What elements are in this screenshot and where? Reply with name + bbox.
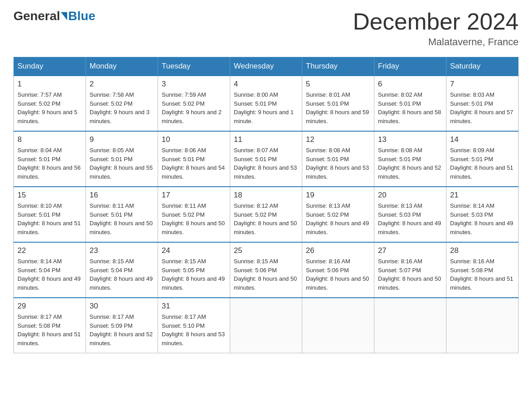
logo: General Blue bbox=[13, 9, 95, 23]
day-number: 4 bbox=[234, 80, 298, 89]
day-info: Sunrise: 8:12 AMSunset: 5:02 PMDaylight:… bbox=[234, 201, 298, 236]
day-info: Sunrise: 8:14 AMSunset: 5:03 PMDaylight:… bbox=[450, 201, 515, 236]
calendar-cell: 23 Sunrise: 8:15 AMSunset: 5:04 PMDaylig… bbox=[86, 242, 158, 298]
day-number: 30 bbox=[90, 302, 154, 311]
calendar-cell: 19 Sunrise: 8:13 AMSunset: 5:02 PMDaylig… bbox=[302, 187, 374, 242]
day-info: Sunrise: 8:17 AMSunset: 5:09 PMDaylight:… bbox=[90, 313, 154, 347]
calendar-cell: 29 Sunrise: 8:17 AMSunset: 5:08 PMDaylig… bbox=[14, 298, 86, 353]
day-number: 18 bbox=[234, 191, 298, 200]
week-row-3: 15 Sunrise: 8:10 AMSunset: 5:01 PMDaylig… bbox=[14, 187, 519, 242]
day-number: 26 bbox=[306, 246, 370, 255]
day-info: Sunrise: 8:06 AMSunset: 5:01 PMDaylight:… bbox=[162, 146, 226, 181]
calendar-cell: 12 Sunrise: 8:08 AMSunset: 5:01 PMDaylig… bbox=[302, 131, 374, 187]
calendar-cell: 27 Sunrise: 8:16 AMSunset: 5:07 PMDaylig… bbox=[374, 242, 446, 298]
calendar-cell: 20 Sunrise: 8:13 AMSunset: 5:03 PMDaylig… bbox=[374, 187, 446, 242]
col-thursday: Thursday bbox=[302, 57, 374, 76]
day-info: Sunrise: 7:59 AMSunset: 5:02 PMDaylight:… bbox=[162, 90, 226, 125]
calendar-cell bbox=[374, 298, 446, 353]
day-number: 7 bbox=[450, 80, 515, 89]
calendar-cell bbox=[446, 298, 519, 353]
day-number: 31 bbox=[162, 302, 226, 311]
calendar-cell: 10 Sunrise: 8:06 AMSunset: 5:01 PMDaylig… bbox=[158, 131, 230, 187]
day-info: Sunrise: 8:16 AMSunset: 5:08 PMDaylight:… bbox=[450, 257, 515, 292]
calendar-cell bbox=[302, 298, 374, 353]
calendar-cell: 18 Sunrise: 8:12 AMSunset: 5:02 PMDaylig… bbox=[230, 187, 302, 242]
logo-arrow-icon bbox=[61, 12, 67, 20]
col-sunday: Sunday bbox=[14, 57, 86, 76]
col-monday: Monday bbox=[86, 57, 158, 76]
day-number: 24 bbox=[162, 246, 226, 255]
col-tuesday: Tuesday bbox=[158, 57, 230, 76]
day-info: Sunrise: 8:17 AMSunset: 5:10 PMDaylight:… bbox=[162, 313, 226, 347]
calendar-table: Sunday Monday Tuesday Wednesday Thursday… bbox=[13, 57, 519, 353]
day-info: Sunrise: 7:58 AMSunset: 5:02 PMDaylight:… bbox=[90, 90, 154, 125]
day-info: Sunrise: 8:10 AMSunset: 5:01 PMDaylight:… bbox=[17, 201, 82, 236]
day-number: 17 bbox=[162, 191, 226, 200]
day-number: 27 bbox=[378, 246, 442, 255]
location-text: Malataverne, France bbox=[353, 36, 519, 48]
day-info: Sunrise: 8:02 AMSunset: 5:01 PMDaylight:… bbox=[378, 90, 442, 125]
calendar-cell: 25 Sunrise: 8:15 AMSunset: 5:06 PMDaylig… bbox=[230, 242, 302, 298]
logo-general-text: General bbox=[13, 9, 60, 23]
calendar-cell: 24 Sunrise: 8:15 AMSunset: 5:05 PMDaylig… bbox=[158, 242, 230, 298]
week-row-4: 22 Sunrise: 8:14 AMSunset: 5:04 PMDaylig… bbox=[14, 242, 519, 298]
calendar-cell: 4 Sunrise: 8:00 AMSunset: 5:01 PMDayligh… bbox=[230, 76, 302, 131]
title-block: December 2024 Malataverne, France bbox=[353, 9, 519, 48]
col-saturday: Saturday bbox=[446, 57, 519, 76]
calendar-cell: 13 Sunrise: 8:08 AMSunset: 5:01 PMDaylig… bbox=[374, 131, 446, 187]
day-info: Sunrise: 8:11 AMSunset: 5:01 PMDaylight:… bbox=[90, 201, 154, 236]
calendar-cell: 21 Sunrise: 8:14 AMSunset: 5:03 PMDaylig… bbox=[446, 187, 519, 242]
calendar-cell: 30 Sunrise: 8:17 AMSunset: 5:09 PMDaylig… bbox=[86, 298, 158, 353]
day-info: Sunrise: 8:01 AMSunset: 5:01 PMDaylight:… bbox=[306, 90, 370, 125]
day-info: Sunrise: 8:15 AMSunset: 5:04 PMDaylight:… bbox=[90, 257, 154, 292]
calendar-cell: 22 Sunrise: 8:14 AMSunset: 5:04 PMDaylig… bbox=[14, 242, 86, 298]
calendar-cell: 6 Sunrise: 8:02 AMSunset: 5:01 PMDayligh… bbox=[374, 76, 446, 131]
calendar-cell: 7 Sunrise: 8:03 AMSunset: 5:01 PMDayligh… bbox=[446, 76, 519, 131]
day-number: 28 bbox=[450, 246, 515, 255]
day-number: 3 bbox=[162, 80, 226, 89]
day-number: 2 bbox=[90, 80, 154, 89]
week-row-5: 29 Sunrise: 8:17 AMSunset: 5:08 PMDaylig… bbox=[14, 298, 519, 353]
calendar-cell bbox=[230, 298, 302, 353]
calendar-cell: 28 Sunrise: 8:16 AMSunset: 5:08 PMDaylig… bbox=[446, 242, 519, 298]
day-number: 11 bbox=[234, 135, 298, 144]
day-number: 5 bbox=[306, 80, 370, 89]
day-info: Sunrise: 8:15 AMSunset: 5:06 PMDaylight:… bbox=[234, 257, 298, 292]
calendar-cell: 16 Sunrise: 8:11 AMSunset: 5:01 PMDaylig… bbox=[86, 187, 158, 242]
day-number: 10 bbox=[162, 135, 226, 144]
day-info: Sunrise: 8:13 AMSunset: 5:02 PMDaylight:… bbox=[306, 201, 370, 236]
day-info: Sunrise: 8:14 AMSunset: 5:04 PMDaylight:… bbox=[17, 257, 82, 292]
day-info: Sunrise: 8:17 AMSunset: 5:08 PMDaylight:… bbox=[17, 313, 82, 347]
week-row-1: 1 Sunrise: 7:57 AMSunset: 5:02 PMDayligh… bbox=[14, 76, 519, 131]
calendar-cell: 17 Sunrise: 8:11 AMSunset: 5:02 PMDaylig… bbox=[158, 187, 230, 242]
day-number: 19 bbox=[306, 191, 370, 200]
day-info: Sunrise: 8:08 AMSunset: 5:01 PMDaylight:… bbox=[378, 146, 442, 181]
day-info: Sunrise: 8:16 AMSunset: 5:06 PMDaylight:… bbox=[306, 257, 370, 292]
month-title: December 2024 bbox=[353, 9, 519, 34]
page-header: General Blue December 2024 Malataverne, … bbox=[13, 9, 519, 48]
calendar-cell: 2 Sunrise: 7:58 AMSunset: 5:02 PMDayligh… bbox=[86, 76, 158, 131]
col-friday: Friday bbox=[374, 57, 446, 76]
day-info: Sunrise: 8:16 AMSunset: 5:07 PMDaylight:… bbox=[378, 257, 442, 292]
day-info: Sunrise: 8:09 AMSunset: 5:01 PMDaylight:… bbox=[450, 146, 515, 181]
day-number: 6 bbox=[378, 80, 442, 89]
day-info: Sunrise: 8:04 AMSunset: 5:01 PMDaylight:… bbox=[17, 146, 82, 181]
day-number: 16 bbox=[90, 191, 154, 200]
day-info: Sunrise: 8:13 AMSunset: 5:03 PMDaylight:… bbox=[378, 201, 442, 236]
day-number: 23 bbox=[90, 246, 154, 255]
day-info: Sunrise: 8:08 AMSunset: 5:01 PMDaylight:… bbox=[306, 146, 370, 181]
day-number: 25 bbox=[234, 246, 298, 255]
day-number: 20 bbox=[378, 191, 442, 200]
calendar-cell: 8 Sunrise: 8:04 AMSunset: 5:01 PMDayligh… bbox=[14, 131, 86, 187]
logo-blue-text: Blue bbox=[68, 9, 95, 23]
day-info: Sunrise: 7:57 AMSunset: 5:02 PMDaylight:… bbox=[17, 90, 82, 125]
week-row-2: 8 Sunrise: 8:04 AMSunset: 5:01 PMDayligh… bbox=[14, 131, 519, 187]
calendar-cell: 14 Sunrise: 8:09 AMSunset: 5:01 PMDaylig… bbox=[446, 131, 519, 187]
day-number: 8 bbox=[17, 135, 82, 144]
day-number: 15 bbox=[17, 191, 82, 200]
calendar-cell: 1 Sunrise: 7:57 AMSunset: 5:02 PMDayligh… bbox=[14, 76, 86, 131]
day-info: Sunrise: 8:15 AMSunset: 5:05 PMDaylight:… bbox=[162, 257, 226, 292]
day-number: 21 bbox=[450, 191, 515, 200]
day-info: Sunrise: 8:07 AMSunset: 5:01 PMDaylight:… bbox=[234, 146, 298, 181]
day-info: Sunrise: 8:05 AMSunset: 5:01 PMDaylight:… bbox=[90, 146, 154, 181]
